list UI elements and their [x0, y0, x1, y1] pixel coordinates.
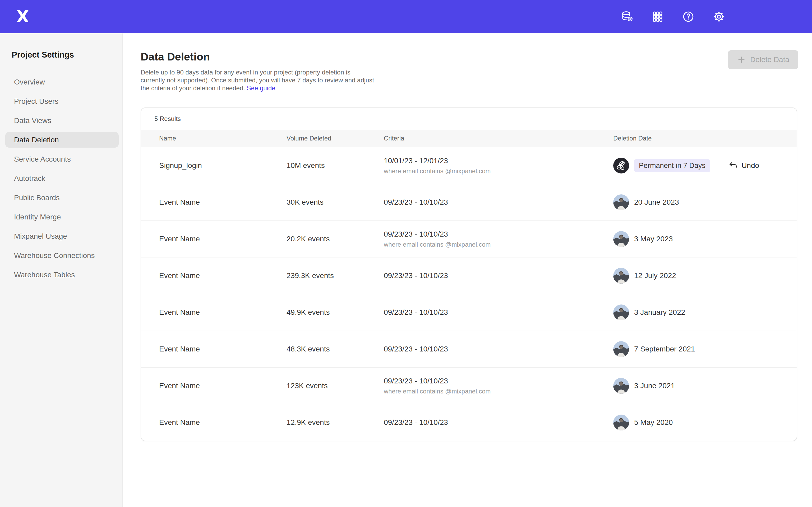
volume-cell: 239.3K events — [287, 272, 384, 280]
sidebar-item-project-users[interactable]: Project Users — [0, 92, 122, 111]
main-content: Data Deletion Delete up to 90 days data … — [123, 33, 812, 507]
deletion-date-cell: 3 May 2023 — [613, 231, 786, 247]
topbar-icon-group — [621, 0, 725, 33]
deletion-date-cell: 7 September 2021 — [613, 341, 786, 357]
column-header-deletion-date: Deletion Date — [613, 135, 786, 142]
sidebar-item-mixpanel-usage[interactable]: Mixpanel Usage — [0, 227, 122, 246]
undo-label: Undo — [742, 161, 759, 170]
sidebar-item-service-accounts[interactable]: Service Accounts — [0, 150, 122, 169]
deletion-date: 20 June 2023 — [634, 198, 679, 207]
criteria-filter: where email contains @mixpanel.com — [384, 388, 613, 395]
sidebar-item-data-views[interactable]: Data Views — [0, 111, 122, 130]
deletion-date: 3 June 2021 — [634, 382, 675, 390]
column-header-volume-deleted: Volume Deleted — [287, 135, 384, 142]
criteria-range: 09/23/23 - 10/10/23 — [384, 198, 613, 207]
criteria-cell: 09/23/23 - 10/10/23 — [384, 418, 613, 427]
criteria-range: 09/23/23 - 10/10/23 — [384, 377, 613, 385]
person-photo-avatar — [613, 304, 629, 320]
settings-gear-icon[interactable] — [713, 10, 725, 23]
criteria-range: 09/23/23 - 10/10/23 — [384, 418, 613, 427]
criteria-cell: 09/23/23 - 10/10/23 — [384, 345, 613, 353]
dark-illustration-avatar — [613, 158, 629, 173]
page-title: Data Deletion — [141, 51, 797, 63]
volume-cell: 12.9K events — [287, 418, 384, 427]
volume-cell: 10M events — [287, 161, 384, 170]
criteria-range: 09/23/23 - 10/10/23 — [384, 272, 613, 280]
volume-cell: 123K events — [287, 382, 384, 390]
status-badge: Permanent in 7 Days — [634, 159, 710, 172]
plus-icon — [737, 55, 746, 64]
help-icon[interactable] — [682, 10, 695, 23]
table-row: Event Name 30K events 09/23/23 - 10/10/2… — [141, 184, 797, 221]
column-header-criteria: Criteria — [384, 135, 613, 142]
undo-icon — [728, 161, 738, 170]
top-app-bar: X — [0, 0, 812, 33]
criteria-cell: 09/23/23 - 10/10/23 — [384, 198, 613, 207]
delete-data-button[interactable]: Delete Data — [728, 50, 798, 69]
criteria-cell: 09/23/23 - 10/10/23 — [384, 272, 613, 280]
deletion-date: 5 May 2020 — [634, 418, 673, 427]
person-photo-avatar — [613, 268, 629, 284]
person-photo-avatar — [613, 231, 629, 247]
deletion-date: 7 September 2021 — [634, 345, 695, 353]
table-row: Event Name 239.3K events 09/23/23 - 10/1… — [141, 257, 797, 294]
data-settings-icon[interactable] — [621, 10, 633, 23]
sidebar-item-public-boards[interactable]: Public Boards — [0, 188, 122, 207]
deletion-date-cell: 20 June 2023 — [613, 194, 786, 210]
deletion-date-cell: Permanent in 7 Days Undo — [613, 158, 786, 173]
name-cell: Event Name — [159, 418, 287, 427]
sidebar-item-warehouse-tables[interactable]: Warehouse Tables — [0, 265, 122, 284]
person-photo-avatar — [613, 194, 629, 210]
volume-cell: 48.3K events — [287, 345, 384, 353]
person-photo-avatar — [613, 341, 629, 357]
deletion-date-cell: 3 January 2022 — [613, 304, 786, 320]
undo-button[interactable]: Undo — [728, 161, 759, 170]
criteria-range: 09/23/23 - 10/10/23 — [384, 230, 613, 238]
name-cell: Event Name — [159, 308, 287, 317]
sidebar-item-warehouse-connections[interactable]: Warehouse Connections — [0, 246, 122, 265]
criteria-range: 09/23/23 - 10/10/23 — [384, 345, 613, 353]
delete-data-button-label: Delete Data — [750, 55, 789, 64]
page-description: Delete up to 90 days data for any event … — [141, 68, 375, 92]
name-cell: Event Name — [159, 382, 287, 390]
table-row: Event Name 123K events 09/23/23 - 10/10/… — [141, 367, 797, 404]
page-header: Data Deletion Delete up to 90 days data … — [123, 33, 812, 92]
table-header-row: Name Volume Deleted Criteria Deletion Da… — [141, 130, 797, 147]
criteria-filter: where email contains @mixpanel.com — [384, 167, 613, 175]
name-cell: Event Name — [159, 235, 287, 243]
name-cell: Event Name — [159, 272, 287, 280]
criteria-cell: 09/23/23 - 10/10/23 where email contains… — [384, 230, 613, 248]
deletion-date-cell: 12 July 2022 — [613, 268, 786, 284]
deletion-date: 3 January 2022 — [634, 308, 685, 317]
deletion-date: 12 July 2022 — [634, 272, 676, 280]
person-photo-avatar — [613, 414, 629, 431]
mixpanel-logo[interactable]: X — [16, 8, 29, 25]
table-row: Event Name 12.9K events 09/23/23 - 10/10… — [141, 404, 797, 441]
see-guide-link[interactable]: See guide — [247, 84, 275, 92]
name-cell: Signup_login — [159, 161, 287, 170]
table-row: Event Name 48.3K events 09/23/23 - 10/10… — [141, 331, 797, 367]
table-row: Signup_login 10M events 10/01/23 - 12/01… — [141, 147, 797, 184]
table-row: Event Name 20.2K events 09/23/23 - 10/10… — [141, 221, 797, 257]
sidebar-title: Project Settings — [12, 50, 122, 60]
criteria-cell: 10/01/23 - 12/01/23 where email contains… — [384, 157, 613, 175]
sidebar-item-autotrack[interactable]: Autotrack — [0, 169, 122, 188]
name-cell: Event Name — [159, 198, 287, 207]
table-row: Event Name 49.9K events 09/23/23 - 10/10… — [141, 294, 797, 331]
sidebar-item-identity-merge[interactable]: Identity Merge — [0, 207, 122, 227]
volume-cell: 30K events — [287, 198, 384, 207]
deletion-results-card: 5 Results Name Volume Deleted Criteria D… — [141, 108, 797, 441]
sidebar-nav: Overview Project Users Data Views Data D… — [0, 72, 122, 284]
column-header-name: Name — [159, 135, 287, 142]
results-count: 5 Results — [141, 108, 797, 130]
person-photo-avatar — [613, 378, 629, 394]
deletion-date-cell: 3 June 2021 — [613, 378, 786, 394]
name-cell: Event Name — [159, 345, 287, 353]
settings-sidebar: Project Settings Overview Project Users … — [0, 33, 123, 507]
sidebar-item-overview[interactable]: Overview — [0, 72, 122, 92]
sidebar-item-data-deletion[interactable]: Data Deletion — [0, 130, 122, 150]
deletion-date: 3 May 2023 — [634, 235, 673, 243]
apps-grid-icon[interactable] — [651, 10, 664, 23]
volume-cell: 49.9K events — [287, 308, 384, 317]
criteria-cell: 09/23/23 - 10/10/23 — [384, 308, 613, 317]
